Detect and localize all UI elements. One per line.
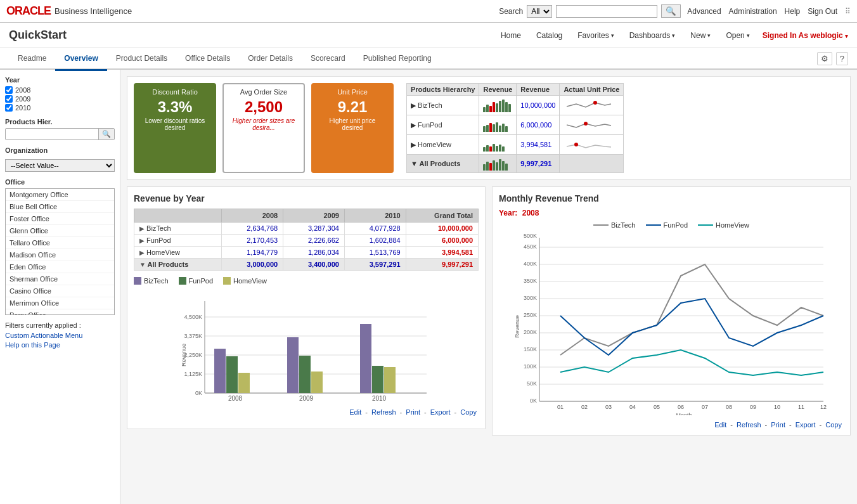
nav-home[interactable]: Home	[493, 23, 529, 48]
nav-open[interactable]: Open ▾	[718, 23, 757, 48]
bar-refresh-link[interactable]: Refresh	[371, 408, 396, 416]
username: weblogic	[810, 31, 842, 40]
office-bluebell[interactable]: Blue Bell Office	[6, 201, 114, 213]
rev-funpod-name: ▶ FunPod	[134, 235, 222, 247]
legend-homeview: HomeView	[223, 277, 267, 285]
year-2010-label: 2010	[15, 104, 30, 112]
office-casino[interactable]: Casino Office	[6, 285, 114, 297]
year-2008-label: 2008	[15, 86, 30, 94]
trend-year-value: 2008	[522, 209, 539, 217]
advanced-link[interactable]: Advanced	[687, 7, 721, 16]
tab-scorecard[interactable]: Scorecard	[302, 48, 354, 71]
year-2009-item[interactable]: 2009	[5, 95, 115, 103]
rev-funpod-total: 6,000,000	[406, 235, 478, 247]
office-glenn[interactable]: Glenn Office	[6, 225, 114, 237]
nav-dashboards[interactable]: Dashboards ▾	[622, 23, 683, 48]
year-2010-checkbox[interactable]	[5, 104, 13, 112]
expand-biztech[interactable]: ▶	[139, 225, 145, 232]
year-2008-item[interactable]: 2008	[5, 86, 115, 94]
trend-print-link[interactable]: Print	[771, 421, 785, 429]
office-montgomery[interactable]: Montgomery Office	[6, 189, 114, 201]
line-homeview	[560, 350, 823, 375]
bar-homeview-2008	[238, 373, 250, 393]
trend-legend-funpod: FunPod	[646, 221, 688, 229]
rev-col-2010: 2010	[344, 209, 406, 223]
office-tellaro[interactable]: Tellaro Office	[6, 237, 114, 249]
svg-text:Revenue: Revenue	[181, 344, 187, 366]
signout-link[interactable]: Sign Out	[808, 7, 837, 16]
search-scope-select[interactable]: All	[527, 5, 552, 18]
nav-favorites[interactable]: Favorites ▾	[570, 23, 621, 48]
tab-order-details[interactable]: Order Details	[239, 48, 302, 71]
trend-export-link[interactable]: Export	[796, 421, 816, 429]
cell-allproducts-revenue: 9,997,291	[517, 155, 560, 173]
bar-export-link[interactable]: Export	[430, 408, 451, 416]
trend-edit-link[interactable]: Edit	[714, 421, 726, 429]
top-nav-links: Advanced Administration Help Sign Out ⠿	[687, 7, 851, 16]
kpi-order-value: 2,500	[230, 98, 297, 116]
office-foster[interactable]: Foster Office	[6, 213, 114, 225]
svg-text:07: 07	[702, 404, 708, 410]
nav-new[interactable]: New ▾	[683, 23, 718, 48]
expand-allproducts[interactable]: ▼	[139, 261, 146, 268]
products-search-button[interactable]: 🔍	[98, 129, 114, 139]
col-products-hier: Products Hierarchy	[407, 84, 479, 96]
search-input[interactable]	[556, 5, 657, 18]
tab-published-reporting[interactable]: Published Reporting	[354, 48, 441, 71]
products-search-input[interactable]	[6, 129, 98, 139]
tab-readme[interactable]: Readme	[9, 48, 55, 71]
trend-biztech-label: BizTech	[611, 221, 636, 229]
trend-funpod-label: FunPod	[664, 221, 688, 229]
expand-funpod[interactable]: ▶	[139, 237, 145, 244]
office-perry[interactable]: Perry Office	[6, 309, 114, 315]
bar-print-link[interactable]: Print	[406, 408, 420, 416]
search-button[interactable]: 🔍	[661, 4, 681, 18]
tab-product-details[interactable]: Product Details	[107, 48, 176, 71]
office-sherman[interactable]: Sherman Office	[6, 273, 114, 285]
trend-copy-link[interactable]: Copy	[825, 421, 842, 429]
year-2010-item[interactable]: 2010	[5, 104, 115, 112]
custom-menu-link[interactable]: Custom Actionable Menu	[5, 332, 115, 339]
organization-select[interactable]: --Select Value--	[5, 159, 115, 172]
office-list[interactable]: Montgomery Office Blue Bell Office Foste…	[5, 188, 115, 315]
rev-col-2009: 2009	[283, 209, 345, 223]
nav-catalog[interactable]: Catalog	[529, 23, 570, 48]
cell-funpod-revenue: 6,000,000	[517, 115, 560, 135]
kpi-discount-subtitle: Lower discount ratios desired	[141, 117, 209, 131]
year-2009-checkbox[interactable]	[5, 95, 13, 103]
kpi-unit-value: 9.21	[319, 98, 386, 116]
main-layout: Year 2008 2009 2010 Products Hier. 🔍 Org…	[0, 70, 857, 504]
help-page-link[interactable]: Help on this Page	[5, 341, 115, 349]
cell-homeview-revenue: 3,994,581	[517, 135, 560, 155]
signed-in-label: Signed In As	[763, 31, 808, 40]
help-icon-btn[interactable]: ?	[836, 52, 848, 65]
office-madison[interactable]: Madison Office	[6, 249, 114, 261]
settings-icon-btn[interactable]: ⚙	[817, 52, 832, 65]
bar-edit-link[interactable]: Edit	[349, 408, 361, 416]
tab-overview[interactable]: Overview	[55, 48, 106, 71]
trend-legend: BizTech FunPod HomeView	[499, 221, 844, 229]
svg-point-2	[574, 143, 578, 146]
svg-text:10: 10	[774, 404, 780, 410]
office-eden[interactable]: Eden Office	[6, 261, 114, 273]
svg-point-0	[593, 101, 597, 105]
office-merrimon[interactable]: Merrimon Office	[6, 297, 114, 309]
rev-allproducts-2008: 3,000,000	[222, 259, 283, 271]
rev-allproducts-total: 9,997,291	[406, 259, 478, 271]
year-2009-label: 2009	[15, 95, 30, 103]
kpi-products-table: Products Hierarchy Revenue Revenue Actua…	[406, 83, 624, 173]
table-row-biztech: ▶ BizTech	[407, 96, 624, 115]
bar-copy-link[interactable]: Copy	[460, 408, 477, 416]
tab-office-details[interactable]: Office Details	[176, 48, 239, 71]
expand-homeview[interactable]: ▶	[139, 249, 145, 256]
administration-link[interactable]: Administration	[729, 7, 777, 16]
rev-biztech-2008: 2,634,768	[222, 223, 283, 235]
year-2008-checkbox[interactable]	[5, 86, 13, 94]
bar-funpod-2010	[372, 366, 383, 393]
legend-funpod: FunPod	[179, 277, 214, 285]
trend-refresh-link[interactable]: Refresh	[737, 421, 761, 429]
bar-chart-action-links: Edit - Refresh - Print - Export - Copy	[134, 408, 479, 416]
cell-biztech-chart	[479, 96, 517, 115]
revenue-table: 2008 2009 2010 Grand Total ▶ BizTech 2,6…	[134, 209, 479, 271]
help-link[interactable]: Help	[785, 7, 801, 16]
